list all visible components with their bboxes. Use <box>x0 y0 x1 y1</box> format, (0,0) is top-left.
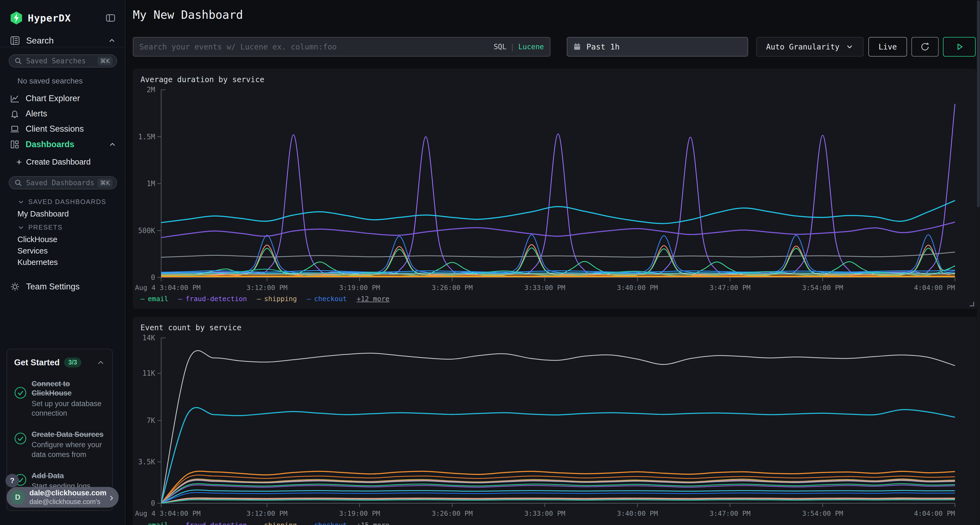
search-icon <box>14 57 22 65</box>
series-unlabeled-teal-2 <box>161 500 955 503</box>
saved-dashboards-section[interactable]: SAVED DASHBOARDS <box>18 198 106 206</box>
x-axis-label: Aug 4 3:04:00 PM <box>135 509 200 517</box>
sidebar-toggle-icon[interactable] <box>105 13 116 24</box>
x-axis-label: 3:54:00 PM <box>802 509 843 517</box>
sidebar-item-label: Client Sessions <box>25 124 84 134</box>
sidebar-item-team-settings[interactable]: Team Settings <box>10 280 116 293</box>
chart-icon <box>10 94 20 103</box>
legend-label: shipping <box>264 295 297 303</box>
y-axis-label: 7K <box>147 416 156 425</box>
page-scrollbar[interactable] <box>977 0 980 525</box>
chart-canvas-event-count[interactable]: 03.5K7K11K14KAug 4 3:04:00 PM3:12:00 PM3… <box>133 335 977 519</box>
x-axis-label: 3:40:00 PM <box>617 509 658 517</box>
user-team: dale@clickhouse.com's <box>29 498 110 506</box>
legend-more-link[interactable]: +12 more <box>356 295 389 303</box>
sidebar-item-services[interactable]: Services <box>18 246 48 255</box>
x-axis-label: 3:19:00 PM <box>339 509 380 517</box>
x-axis-label: 3:26:00 PM <box>432 509 473 517</box>
series-fraud-detection <box>161 485 955 503</box>
check-circle-icon <box>14 432 27 445</box>
help-button[interactable]: ? <box>5 474 19 487</box>
sidebar-item-chart-explorer[interactable]: Chart Explorer <box>10 92 116 105</box>
legend-label: checkout <box>314 521 347 525</box>
step-description: Configure where your data comes from <box>32 440 105 459</box>
legend-item-shipping[interactable]: —shipping <box>257 295 297 303</box>
legend-item-fraud-detection[interactable]: —fraud-detection <box>178 295 247 303</box>
y-axis-label: 0 <box>151 499 155 507</box>
chevron-right-icon: › <box>110 492 113 503</box>
legend-label: checkout <box>314 295 347 303</box>
laptop-icon <box>10 124 20 134</box>
chart-panel-avg-duration[interactable]: Average duration by service 0500K1M1.5M2… <box>133 68 977 309</box>
saved-searches-input[interactable]: ⌘K <box>9 54 117 67</box>
chevron-up-icon <box>108 140 116 149</box>
sidebar-item-dashboards[interactable]: Dashboards <box>10 138 116 151</box>
chart-legend: —email—fraud-detection—shipping—checkout… <box>133 295 977 303</box>
logo-row: HyperDX <box>10 10 116 25</box>
sidebar-item-search[interactable]: Search <box>10 34 116 47</box>
get-started-step[interactable]: Connect to ClickHouse Set up your databa… <box>14 379 105 418</box>
presets-section[interactable]: PRESETS <box>18 224 63 231</box>
legend-item-shipping[interactable]: —shipping <box>257 521 297 525</box>
live-button[interactable]: Live <box>869 37 907 57</box>
series-fraud-detection <box>161 104 955 274</box>
legend-label: email <box>148 521 168 525</box>
play-icon <box>955 42 964 52</box>
saved-dashboards-input[interactable]: ⌘K <box>9 176 117 189</box>
sidebar-item-client-sessions[interactable]: Client Sessions <box>10 122 116 135</box>
section-label: PRESETS <box>28 224 63 231</box>
legend-item-email[interactable]: —email <box>140 295 168 303</box>
saved-searches-field[interactable] <box>26 57 97 65</box>
mode-divider: | <box>510 43 514 51</box>
legend-item-fraud-detection[interactable]: —fraud-detection <box>178 521 247 525</box>
series-shipping <box>161 274 955 275</box>
series-unlabeled-cyan <box>161 200 955 224</box>
scrollbar-thumb[interactable] <box>977 0 980 207</box>
legend-label: email <box>148 295 168 303</box>
legend-item-checkout[interactable]: —checkout <box>307 295 347 303</box>
sidebar-item-clickhouse[interactable]: ClickHouse <box>18 235 57 244</box>
y-axis-label: 11K <box>142 369 155 377</box>
logs-icon <box>10 35 20 46</box>
refresh-button[interactable] <box>912 37 939 57</box>
x-axis-label: 4:04:00 PM <box>914 509 955 517</box>
x-axis-label: 3:12:00 PM <box>247 509 288 517</box>
sidebar-item-my-dashboard[interactable]: My Dashboard <box>18 209 69 219</box>
dashboards-icon <box>10 140 20 149</box>
time-range-picker[interactable]: Past 1h <box>567 37 748 57</box>
user-menu[interactable]: D dale@clickhouse.com dale@clickhouse.co… <box>6 487 119 508</box>
resize-handle[interactable] <box>970 302 974 306</box>
check-circle-icon <box>14 387 27 399</box>
granularity-select[interactable]: Auto Granularity <box>756 37 864 57</box>
legend-dash-icon: — <box>257 521 261 525</box>
legend-more-link[interactable]: +15 more <box>356 521 389 525</box>
step-title: Create Data Sources <box>32 430 105 439</box>
legend-item-checkout[interactable]: —checkout <box>307 521 347 525</box>
avatar: D <box>10 490 25 504</box>
chevron-down-icon <box>846 43 854 51</box>
lucene-mode-toggle[interactable]: Lucene <box>518 43 544 51</box>
granularity-value: Auto Granularity <box>766 43 840 51</box>
sidebar-item-kubernetes[interactable]: Kubernetes <box>18 258 58 267</box>
run-query-button[interactable] <box>943 37 976 57</box>
get-started-step[interactable]: Create Data Sources Configure where your… <box>14 430 105 460</box>
get-started-card: Get Started 3/3 Connect to ClickHouse Se… <box>6 349 113 511</box>
x-axis-label: Aug 4 3:04:00 PM <box>135 284 200 292</box>
sidebar-item-label: Team Settings <box>26 282 80 292</box>
legend-dash-icon: — <box>257 295 261 303</box>
event-search-bar[interactable]: SQL | Lucene <box>133 37 550 57</box>
event-search-input[interactable] <box>139 43 493 51</box>
sql-mode-toggle[interactable]: SQL <box>493 43 506 51</box>
series-unlabeled-cyan <box>161 408 955 503</box>
chevron-up-icon[interactable] <box>96 358 105 367</box>
legend-item-email[interactable]: —email <box>140 521 168 525</box>
x-axis-label: 3:26:00 PM <box>432 284 473 292</box>
legend-dash-icon: — <box>178 521 182 525</box>
sidebar-item-alerts[interactable]: Alerts <box>10 107 116 120</box>
chart-canvas-avg-duration[interactable]: 0500K1M1.5M2MAug 4 3:04:00 PM3:12:00 PM3… <box>133 87 977 292</box>
sidebar-item-label: Search <box>26 36 108 46</box>
saved-dashboards-field[interactable] <box>26 179 97 187</box>
create-dashboard-label: Create Dashboard <box>26 157 91 167</box>
create-dashboard-button[interactable]: + Create Dashboard <box>16 157 91 167</box>
chart-panel-event-count[interactable]: Event count by service 03.5K7K11K14KAug … <box>133 317 977 525</box>
